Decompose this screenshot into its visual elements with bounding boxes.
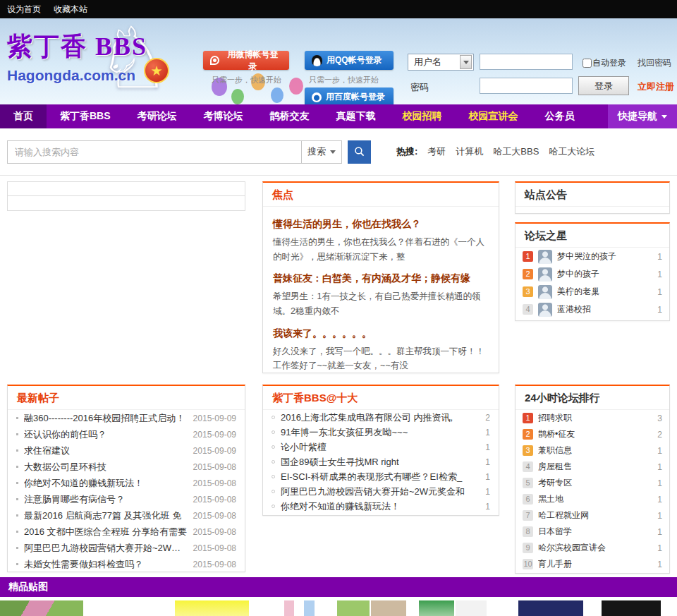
focus-post-link[interactable]: 普妹征友：白皙美，有内涵及才华；静候有缘	[273, 272, 489, 285]
focus-post-link[interactable]: 我该来了。。。。。。	[273, 327, 489, 340]
user-link[interactable]: 梦中的孩子	[557, 268, 652, 280]
featured-images-bar: 精品贴图	[0, 577, 677, 597]
main-nav: 首页 紫丁香BBS 考研论坛 考博论坛 鹊桥交友 真题下载 校园招聘 校园宣讲会…	[0, 104, 677, 128]
thumbnail-image[interactable]	[371, 600, 406, 616]
baidu-login-button[interactable]: 用百度帐号登录	[305, 87, 394, 104]
post-link[interactable]: 你绝对不知道的赚钱新玩法！	[24, 477, 188, 490]
thumbnail-image[interactable]	[175, 600, 249, 616]
avatar[interactable]	[538, 285, 552, 299]
site-logo[interactable]: 紫丁香 BBS Hagongda.com.cn	[7, 30, 147, 84]
post-link[interactable]: 大数据公司星环科技	[24, 461, 188, 473]
post-link[interactable]: 91年博一东北女孩征男友呦~~~	[281, 426, 480, 439]
post-link[interactable]: 注意肠胃哪些有病信号？	[24, 493, 188, 506]
hot-keyword[interactable]: 计算机	[456, 145, 483, 158]
qq-login-button[interactable]: 用QQ帐号登录	[305, 51, 394, 70]
nav-item-home[interactable]: 首页	[0, 104, 47, 128]
reply-count: 1	[485, 502, 490, 512]
post-link[interactable]: 还认识你的前任吗？	[24, 428, 188, 441]
thumbnail-image[interactable]	[257, 600, 324, 616]
set-homepage-link[interactable]: 设为首页	[7, 4, 41, 16]
forum-stars-panel: 论坛之星 1梦中哭泣的孩子1 2梦中的孩子1 3美柠的老巢1 4蓝港校招1	[515, 222, 670, 321]
forum-link[interactable]: 日本留学	[538, 526, 652, 538]
user-link[interactable]: 美柠的老巢	[557, 286, 652, 298]
list-item: 6黑土地1	[516, 491, 669, 507]
qq-penguin-icon	[312, 55, 322, 66]
list-item: 论小叶紫檀1	[263, 440, 499, 454]
favorite-link[interactable]: 收藏本站	[54, 4, 87, 16]
search-input[interactable]	[7, 140, 302, 164]
post-date: 2015-09-09	[193, 446, 236, 456]
quick-nav-button[interactable]: 快捷导航	[608, 104, 677, 128]
post-link[interactable]: 你绝对不知道的赚钱新玩法！	[281, 500, 480, 513]
avatar[interactable]	[538, 267, 552, 282]
focus-post-link[interactable]: 懂得生活的男生，你也在找我么？	[273, 218, 489, 231]
forum-link[interactable]: 招聘求职	[538, 412, 652, 424]
post-link[interactable]: 2016上海北芯集成电路有限公司 内推资讯,	[281, 411, 480, 424]
post-link[interactable]: 2016 文都中医综合全程班 分享给有需要	[24, 526, 188, 538]
list-item: 91年博一东北女孩征男友呦~~~1	[263, 425, 499, 440]
thumbnail-image[interactable]	[419, 600, 454, 616]
username-input[interactable]	[480, 54, 573, 70]
nav-item-bbs[interactable]: 紫丁香BBS	[47, 104, 124, 128]
post-link[interactable]: 国企89硕士女生寻找MR right	[281, 456, 480, 469]
bullet-icon	[272, 445, 275, 449]
weibo-login-button[interactable]: 用微博帐号登录	[203, 51, 289, 70]
password-input[interactable]	[480, 78, 573, 94]
focus-post-excerpt: 好久没来了，我写一个吧。。。群主帮我顶一下呀！！工作签好了~~就差一女友，~~有…	[273, 344, 489, 373]
hot-keyword[interactable]: 哈工大论坛	[549, 145, 594, 158]
forum-link[interactable]: 鹊桥•征友	[538, 428, 652, 440]
post-link[interactable]: 阿里巴巴九游校园营销大赛开始~2W元奖金和	[281, 485, 480, 498]
forum-link[interactable]: 考研专区	[538, 477, 652, 489]
search-scope-select[interactable]: 搜索	[302, 140, 342, 164]
post-link[interactable]: 未婚女性需要做妇科检查吗？	[24, 558, 188, 571]
post-link[interactable]: 最新2016 启航商志77篇 及其强化班 免	[24, 509, 188, 522]
rank-badge: 2	[523, 269, 533, 279]
weibo-icon	[210, 56, 219, 65]
post-link[interactable]: 融360--------2016年校园招聘正式启动！	[24, 412, 188, 425]
forum-link[interactable]: 房屋租售	[538, 461, 652, 473]
auto-login-checkbox[interactable]	[583, 59, 592, 68]
forum-link[interactable]: 哈尔滨校园宣讲会	[538, 542, 652, 554]
hot-keyword[interactable]: 考研	[427, 145, 446, 158]
forum-link[interactable]: 育儿手册	[538, 558, 652, 570]
thumbnail-image[interactable]	[337, 600, 370, 616]
username-type-select[interactable]: 用户名	[408, 54, 474, 71]
bullet-icon	[272, 416, 275, 419]
thumbnail-image[interactable]	[0, 600, 83, 616]
login-button[interactable]: 登录	[578, 76, 629, 95]
thumbnail-image[interactable]	[456, 600, 487, 616]
nav-item-campus-talks[interactable]: 校园宣讲会	[456, 104, 532, 128]
nav-item-civil-service[interactable]: 公务员	[532, 104, 588, 128]
nav-item-kaoyan-forum[interactable]: 考研论坛	[124, 104, 190, 128]
placeholder-row	[8, 182, 245, 196]
left-column: 最新帖子 融360--------2016年校园招聘正式启动！2015-09-0…	[7, 181, 245, 568]
forum-link[interactable]: 兼职信息	[538, 445, 652, 457]
search-scope-label: 搜索	[307, 145, 326, 158]
forum-link[interactable]: 黑土地	[538, 493, 652, 505]
post-link[interactable]: 论小叶紫檀	[281, 441, 480, 454]
post-date: 2015-09-09	[193, 413, 236, 423]
avatar[interactable]	[538, 250, 552, 264]
post-link[interactable]: 求住宿建议	[24, 445, 188, 457]
hot-keyword[interactable]: 哈工大BBS	[493, 145, 539, 158]
thumbnail-image[interactable]	[518, 600, 583, 616]
user-link[interactable]: 蓝港校招	[557, 303, 652, 315]
post-link[interactable]: 阿里巴巴九游校园营销大赛开始~2W元奖	[24, 542, 188, 555]
forum-link[interactable]: 哈工程就业网	[538, 509, 652, 521]
hot-search: 热搜: 考研 计算机 哈工大BBS 哈工大论坛	[396, 145, 594, 158]
thumbnail-image[interactable]	[602, 600, 661, 616]
register-link[interactable]: 立即注册	[638, 80, 674, 93]
nav-item-campus-recruit[interactable]: 校园招聘	[389, 104, 456, 128]
forgot-password-link[interactable]: 找回密码	[638, 57, 671, 69]
rank-badge: 1	[523, 413, 533, 423]
nav-item-dating[interactable]: 鹊桥交友	[257, 104, 323, 128]
weibo-login-hint: 只需一步，快速开始	[212, 75, 281, 85]
list-item: 大数据公司星环科技2015-09-08	[8, 459, 245, 475]
user-link[interactable]: 梦中哭泣的孩子	[557, 250, 652, 262]
avatar[interactable]	[538, 303, 552, 317]
nav-item-kaobo-forum[interactable]: 考博论坛	[190, 104, 257, 128]
post-link[interactable]: EI-SCI-科研成果的表现形式有哪些？EI检索_	[281, 471, 480, 483]
search-button[interactable]	[348, 140, 371, 164]
focus-post-excerpt: 希望男生：1有一技之长，有自己热爱并擅长精通的领域。2稳重内敛不	[273, 289, 489, 318]
nav-item-downloads[interactable]: 真题下载	[323, 104, 389, 128]
